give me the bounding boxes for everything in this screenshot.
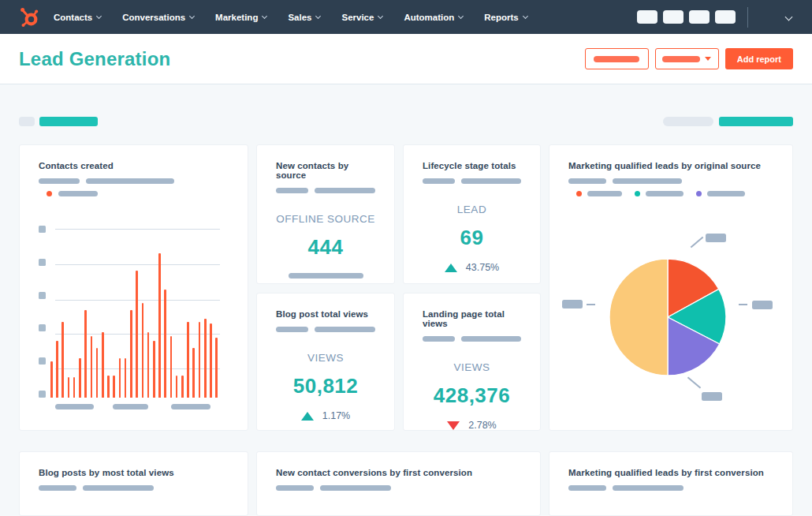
nav-item-label: Sales <box>288 13 311 22</box>
skeleton-bar <box>39 178 80 184</box>
bar <box>107 376 110 398</box>
card-blog-posts-by-most-total-views: Blog posts by most total views <box>19 451 248 516</box>
skeleton-bar <box>320 485 391 491</box>
dashboard-action-button[interactable] <box>585 48 649 69</box>
toolbar-icon-button[interactable] <box>715 10 736 24</box>
filter-pill-active[interactable] <box>39 117 98 126</box>
card-subtitle-placeholder <box>423 336 521 342</box>
skeleton-bar <box>315 188 375 193</box>
bar <box>147 332 150 398</box>
skeleton-bar <box>423 336 455 342</box>
dashboard-filter-dropdown[interactable] <box>655 48 719 69</box>
skeleton-bar <box>315 327 375 332</box>
metric-delta: 43.75% <box>423 262 521 273</box>
bar <box>176 376 178 398</box>
metric-value: 50,812 <box>276 374 375 398</box>
skeleton-bar <box>461 336 521 342</box>
bar <box>125 358 127 398</box>
toolbar-icon-button[interactable] <box>637 10 657 24</box>
card-contacts-created: Contacts created <box>19 144 248 431</box>
bar <box>79 358 81 398</box>
chevron-down-icon <box>262 13 267 18</box>
pie-chart <box>568 196 773 417</box>
card-new-contacts-by-source: New contacts by source OFFLINE SOURCE 44… <box>256 144 395 284</box>
chevron-down-icon <box>96 13 102 18</box>
pie-callout-line <box>739 304 747 305</box>
page-header: Lead Generation Add report <box>0 34 812 84</box>
filter-pill-placeholder[interactable] <box>19 117 35 126</box>
pie-svg <box>600 249 736 385</box>
metric-label: LEAD <box>423 204 521 215</box>
nav-item-sales[interactable]: Sales <box>288 13 320 22</box>
bar <box>204 319 207 398</box>
chevron-down-icon <box>458 13 464 18</box>
nav-item-conversations[interactable]: Conversations <box>122 13 194 22</box>
skeleton-bar <box>83 485 154 491</box>
pie-callout-placeholder <box>702 392 722 401</box>
bar <box>187 322 189 398</box>
skeleton-bar <box>613 485 683 491</box>
add-report-button[interactable]: Add report <box>725 48 793 69</box>
account-chevron-down-icon[interactable] <box>785 13 793 21</box>
bar <box>96 348 99 398</box>
filter-pill-placeholder[interactable] <box>663 117 713 126</box>
chevron-down-icon <box>189 13 195 18</box>
nav-item-marketing[interactable]: Marketing <box>215 13 266 22</box>
bar <box>192 348 195 398</box>
legend-label-placeholder <box>707 191 745 196</box>
bar-chart-bars <box>50 226 218 398</box>
bar <box>164 290 166 398</box>
skeleton-bar <box>39 485 76 491</box>
bar <box>73 377 76 398</box>
skeleton-tick <box>113 404 148 409</box>
nav-item-service[interactable]: Service <box>341 13 382 22</box>
button-label-placeholder <box>662 56 700 62</box>
legend-dot-icon <box>47 191 52 196</box>
nav-item-label: Contacts <box>54 13 92 22</box>
navbar-divider <box>747 7 748 28</box>
navbar-right-tools <box>631 7 796 28</box>
bar <box>119 358 121 398</box>
pie-callout-placeholder <box>562 300 583 308</box>
skeleton-bar <box>568 178 606 184</box>
triangle-down-icon <box>447 421 460 430</box>
chevron-down-icon <box>315 13 321 18</box>
pie-callout-line <box>587 304 595 305</box>
skeleton-bar <box>568 485 606 491</box>
pie-legend <box>576 191 773 196</box>
card-title: Marketing qualified leads by original so… <box>568 161 773 170</box>
card-subtitle-placeholder <box>423 178 521 184</box>
chevron-down-icon <box>523 13 528 18</box>
nav-item-contacts[interactable]: Contacts <box>54 13 101 22</box>
metric-label: OFFLINE SOURCE <box>276 213 375 225</box>
caret-down-icon <box>705 57 711 61</box>
report-cards-grid: Contacts created <box>19 144 793 431</box>
bar-chart <box>39 226 229 398</box>
top-navbar: Contacts Conversations Marketing Sales S… <box>0 0 812 34</box>
hubspot-logo[interactable] <box>17 6 41 29</box>
bar <box>91 336 93 398</box>
skeleton-bar <box>276 485 314 491</box>
y-axis-tick-placeholders <box>39 226 46 398</box>
bar <box>153 341 155 398</box>
dashboard-filter-row <box>19 117 793 126</box>
bar <box>136 271 138 398</box>
card-subtitle-placeholder <box>39 178 229 184</box>
bar <box>170 336 173 398</box>
main-nav-menu: Contacts Conversations Marketing Sales S… <box>54 13 527 22</box>
card-subtitle-placeholder <box>568 178 773 184</box>
card-subtitle-placeholder <box>276 188 375 193</box>
filter-row-right <box>663 117 793 126</box>
metric-label: VIEWS <box>276 352 375 364</box>
filter-pill-active[interactable] <box>719 117 793 126</box>
nav-item-automation[interactable]: Automation <box>404 13 463 22</box>
bar <box>50 361 53 398</box>
bar <box>56 341 58 398</box>
skeleton-tick <box>39 292 46 299</box>
toolbar-icon-button[interactable] <box>689 10 710 24</box>
card-lifecycle-stage-totals: Lifecycle stage totals LEAD 69 43.75% <box>403 144 541 284</box>
nav-item-reports[interactable]: Reports <box>484 13 527 22</box>
skeleton-bar <box>423 178 455 184</box>
triangle-up-icon <box>445 264 457 272</box>
toolbar-icon-button[interactable] <box>663 10 683 24</box>
